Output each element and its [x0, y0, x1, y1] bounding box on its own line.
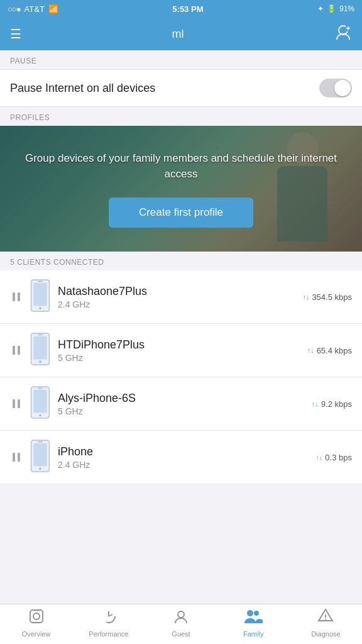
speed-value: 354.5 kbps [312, 292, 352, 302]
client-info: Natashaone7Plus 2.4 GHz [58, 285, 295, 309]
nav-bar: ☰ ml [0, 18, 362, 50]
speed-value: 0.3 bps [325, 453, 352, 462]
pause-row: Pause Internet on all devices [0, 69, 362, 107]
client-name: iPhone [58, 445, 308, 458]
client-freq: 5 GHz [58, 353, 300, 363]
client-row-1: HTDiPhone7Plus 5 GHz ↑↓ 65.4 kbps [0, 324, 362, 377]
client-device-icon [30, 440, 50, 475]
client-pause-btn[interactable] [10, 292, 23, 302]
svg-rect-9 [38, 280, 43, 282]
client-speed: ↑↓ 0.3 bps [315, 453, 352, 462]
speed-value: 65.4 kbps [317, 346, 352, 355]
clients-section: 5 CLIENTS CONNECTED Natashaone7Plus 2.4 … [0, 252, 362, 484]
client-name: Natashaone7Plus [58, 285, 295, 298]
svg-rect-11 [18, 346, 20, 355]
client-name: Alys-iPhone-6S [58, 392, 304, 405]
svg-rect-5 [18, 292, 20, 301]
client-name: HTDiPhone7Plus [58, 338, 300, 352]
profiles-section-label: PROFILES [0, 107, 362, 126]
svg-rect-15 [38, 334, 43, 335]
time-label: 5:53 PM [172, 4, 203, 14]
svg-point-8 [39, 307, 41, 309]
svg-rect-13 [33, 336, 47, 360]
client-device-icon [30, 279, 50, 314]
client-info: iPhone 2.4 GHz [58, 445, 308, 470]
svg-point-26 [39, 467, 41, 470]
client-freq: 2.4 GHz [58, 460, 308, 470]
client-freq: 2.4 GHz [58, 299, 295, 309]
profiles-banner-text: Group devices of your family members and… [13, 150, 349, 182]
speed-arrows: ↑↓ [302, 293, 309, 301]
client-row-3: iPhone 2.4 GHz ↑↓ 0.3 bps [0, 431, 362, 484]
client-speed: ↑↓ 65.4 kbps [307, 346, 352, 355]
bluetooth-icon: ✦ [317, 4, 324, 13]
svg-rect-23 [18, 453, 20, 462]
client-pause-btn[interactable] [10, 452, 23, 462]
battery-icon: 🔋 [327, 4, 336, 13]
speed-arrows: ↑↓ [307, 347, 314, 354]
svg-rect-27 [38, 441, 43, 442]
svg-rect-19 [33, 390, 47, 413]
wifi-icon: 📶 [48, 4, 58, 14]
svg-rect-25 [33, 443, 47, 467]
svg-point-20 [39, 414, 41, 416]
svg-rect-10 [13, 346, 15, 355]
signal-dots: ○○● [8, 4, 21, 14]
speed-arrows: ↑↓ [312, 400, 319, 408]
svg-rect-22 [13, 453, 15, 462]
client-device-icon [30, 333, 50, 368]
pause-label: Pause Internet on all devices [10, 82, 155, 95]
create-profile-button[interactable]: Create first profile [109, 197, 253, 228]
battery-level: 91% [339, 4, 354, 13]
client-row-2: Alys-iPhone-6S 5 GHz ↑↓ 9.2 kbps [0, 377, 362, 431]
client-speed: ↑↓ 9.2 kbps [312, 399, 352, 409]
speed-arrows: ↑↓ [315, 453, 322, 461]
svg-rect-21 [38, 387, 43, 389]
client-info: Alys-iPhone-6S 5 GHz [58, 392, 304, 416]
client-pause-btn[interactable] [10, 345, 23, 355]
add-profile-button[interactable] [334, 23, 352, 45]
clients-section-label: 5 CLIENTS CONNECTED [0, 252, 362, 270]
speed-value: 9.2 kbps [321, 399, 352, 409]
client-row-0: Natashaone7Plus 2.4 GHz ↑↓ 354.5 kbps [0, 270, 362, 324]
svg-point-14 [39, 360, 41, 363]
carrier-label: AT&T [25, 4, 45, 14]
client-device-icon [30, 386, 50, 421]
svg-rect-4 [13, 292, 15, 301]
status-bar: ○○● AT&T 📶 5:53 PM ✦ 🔋 91% [0, 0, 362, 18]
svg-rect-17 [18, 399, 20, 408]
svg-rect-7 [33, 283, 47, 306]
client-info: HTDiPhone7Plus 5 GHz [58, 338, 300, 363]
client-speed: ↑↓ 354.5 kbps [302, 292, 352, 302]
pause-toggle[interactable] [319, 79, 352, 97]
menu-button[interactable]: ☰ [10, 26, 21, 42]
nav-title: ml [172, 28, 184, 41]
pause-section-label: PAUSE [0, 50, 362, 69]
svg-rect-16 [13, 399, 15, 408]
client-pause-btn[interactable] [10, 399, 23, 409]
client-freq: 5 GHz [58, 406, 304, 416]
profiles-banner: Group devices of your family members and… [0, 126, 362, 252]
